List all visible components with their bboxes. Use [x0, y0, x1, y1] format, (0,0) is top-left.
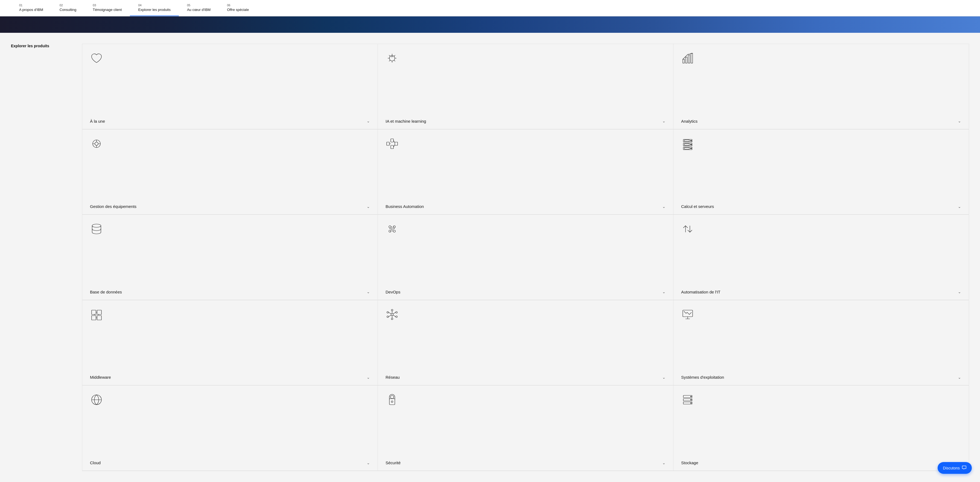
network-icon	[385, 308, 399, 321]
svg-point-24	[393, 230, 395, 232]
svg-point-33	[387, 316, 388, 317]
database-icon	[90, 222, 103, 236]
globe-icon	[90, 393, 103, 406]
product-name-base-donnees: Base de données	[90, 290, 122, 294]
nav-item-06[interactable]: 06 Offre spéciale	[219, 0, 257, 16]
chevron-down-icon: ⌄	[367, 205, 370, 209]
product-name-reseau: Réseau	[385, 375, 400, 379]
product-name-devops: DevOps	[385, 290, 400, 294]
svg-rect-37	[683, 310, 693, 317]
svg-point-41	[391, 401, 393, 403]
product-card-ia-machine-learning[interactable]: IA et machine learning ⌄	[378, 44, 673, 129]
product-name-automatisation-it: Automatisation de l'IT	[681, 290, 721, 294]
chevron-down-icon: ⌄	[367, 119, 370, 123]
chevron-down-icon: ⌄	[958, 205, 961, 209]
middleware-icon	[90, 308, 103, 321]
svg-rect-19	[684, 147, 689, 149]
product-card-a-la-une[interactable]: À la une ⌄	[82, 44, 378, 129]
top-navigation: 01 A propos d'IBM 02 Consulting 03 Témoi…	[0, 0, 980, 16]
discutons-button[interactable]: Discutons	[938, 462, 972, 474]
product-name-gestion-equipements: Gestion des équipements	[90, 204, 137, 209]
svg-point-21	[389, 226, 391, 228]
svg-point-47	[691, 403, 692, 404]
products-grid: À la une ⌄ IA et machine learning ⌄ Anal…	[82, 44, 969, 471]
product-card-globe[interactable]: Cloud ⌄	[82, 385, 378, 471]
nav-item-01[interactable]: 01 A propos d'IBM	[11, 0, 51, 16]
storage-icon	[681, 393, 694, 406]
svg-rect-18	[684, 144, 689, 145]
chevron-down-icon: ⌄	[662, 119, 665, 123]
svg-point-46	[691, 400, 692, 400]
svg-point-6	[95, 142, 98, 145]
nav-item-02[interactable]: 02 Consulting	[51, 0, 84, 16]
product-card-security[interactable]: Sécurité ⌄	[378, 385, 673, 471]
svg-rect-39	[390, 399, 395, 405]
product-name-business-automation: Business Automation	[385, 204, 424, 209]
product-name-middleware: Middleware	[90, 375, 111, 379]
chevron-down-icon: ⌄	[662, 290, 665, 294]
asset-icon	[90, 137, 103, 150]
chevron-down-icon: ⌄	[958, 290, 961, 294]
chat-icon	[962, 465, 966, 471]
svg-point-0	[390, 55, 395, 61]
product-card-middleware[interactable]: Middleware ⌄	[82, 300, 378, 385]
svg-rect-4	[691, 53, 693, 63]
hero-banner	[0, 16, 980, 33]
product-card-systemes-exploitation[interactable]: Systèmes d'exploitation ⌄	[673, 300, 969, 385]
svg-rect-9	[391, 145, 393, 149]
product-name-storage: Stockage	[681, 460, 698, 465]
product-card-business-automation[interactable]: Business Automation ⌄	[378, 130, 673, 215]
ai-icon	[385, 52, 399, 65]
chevron-down-icon: ⌄	[958, 119, 961, 123]
svg-rect-17	[684, 140, 689, 141]
svg-point-31	[387, 311, 388, 313]
svg-rect-10	[395, 142, 398, 145]
main-content: Explorer les produits À la une ⌄ IA et m…	[0, 33, 980, 482]
product-card-base-donnees[interactable]: Base de données ⌄	[82, 215, 378, 300]
product-name-security: Sécurité	[385, 460, 401, 465]
svg-rect-27	[97, 310, 102, 314]
product-card-storage[interactable]: Stockage ⌄	[673, 385, 969, 471]
chevron-down-icon: ⌄	[958, 375, 961, 379]
svg-point-15	[690, 144, 692, 145]
svg-point-45	[691, 396, 692, 397]
nav-item-04[interactable]: 04 Explorer les produits	[130, 0, 179, 16]
svg-point-16	[690, 148, 692, 149]
svg-rect-26	[92, 310, 96, 314]
product-card-automatisation-it[interactable]: Automatisation de l'IT ⌄	[673, 215, 969, 300]
chevron-down-icon: ⌄	[662, 205, 665, 209]
svg-rect-29	[97, 316, 102, 320]
product-card-reseau[interactable]: Réseau ⌄	[378, 300, 673, 385]
discutons-label: Discutons	[943, 466, 960, 470]
monitor-icon	[681, 308, 694, 321]
svg-rect-8	[391, 139, 393, 142]
arrows-icon	[681, 222, 694, 236]
product-card-devops[interactable]: DevOps ⌄	[378, 215, 673, 300]
product-card-calcul-serveurs[interactable]: Calcul et serveurs ⌄	[673, 130, 969, 215]
svg-point-36	[391, 318, 393, 320]
svg-point-32	[396, 311, 397, 313]
product-card-analytics[interactable]: Analytics ⌄	[673, 44, 969, 129]
chevron-down-icon: ⌄	[662, 461, 665, 465]
sidebar-title: Explorer les produits	[11, 44, 71, 48]
security-icon	[385, 393, 399, 406]
product-name-systemes-exploitation: Systèmes d'exploitation	[681, 375, 724, 379]
server-rack-icon	[681, 137, 694, 150]
nav-item-05[interactable]: 05 Au cœur d'IBM	[179, 0, 219, 16]
nav-item-03[interactable]: 03 Témoignage client	[84, 0, 130, 16]
product-name-analytics: Analytics	[681, 119, 698, 124]
svg-point-20	[92, 224, 101, 227]
svg-point-14	[690, 140, 692, 141]
svg-rect-2	[686, 57, 687, 63]
svg-rect-28	[92, 316, 96, 320]
svg-point-34	[396, 316, 397, 317]
product-name-a-la-une: À la une	[90, 119, 105, 124]
svg-rect-1	[683, 59, 684, 63]
svg-point-40	[390, 395, 394, 399]
devops-icon	[385, 222, 399, 236]
svg-point-25	[391, 228, 393, 230]
chevron-down-icon: ⌄	[367, 375, 370, 379]
svg-rect-3	[688, 55, 690, 63]
product-card-gestion-equipements[interactable]: Gestion des équipements ⌄	[82, 130, 378, 215]
product-name-globe: Cloud	[90, 460, 100, 465]
